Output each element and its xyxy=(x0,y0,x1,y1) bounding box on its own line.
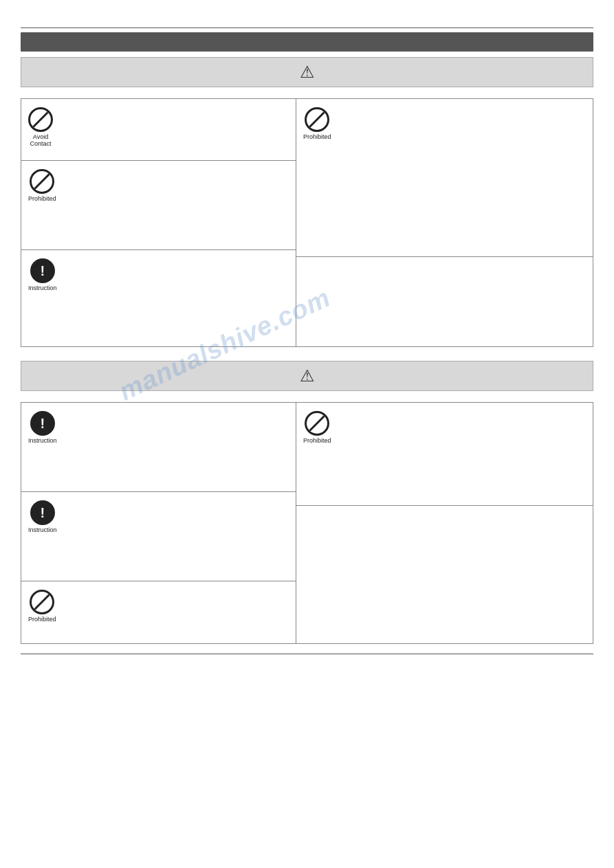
cell-instruction-1: ! Instruction xyxy=(21,250,296,340)
right-prohibited-2-icon-group: Prohibited xyxy=(303,411,331,444)
prohibited-1-icon-group: Prohibited xyxy=(28,169,56,202)
page-wrapper: ⚠ AvoidContact Prohibited xyxy=(0,0,614,675)
prohibited-2-icon-group: Prohibited xyxy=(28,590,56,623)
top-divider xyxy=(21,27,593,28)
cell-prohibited-1: Prohibited xyxy=(21,161,296,250)
prohibited-1-icon xyxy=(30,169,54,194)
cell-avoid-contact: AvoidContact xyxy=(21,99,296,161)
avoid-contact-icon-group: AvoidContact xyxy=(28,107,53,147)
cell-right-prohibited-1: Prohibited xyxy=(296,99,593,257)
avoid-contact-label: AvoidContact xyxy=(30,133,51,147)
right-prohibited-2-label: Prohibited xyxy=(303,437,331,444)
instruction-3-icon: ! xyxy=(30,500,55,525)
prohibited-1-label: Prohibited xyxy=(28,195,56,202)
instruction-2-icon: ! xyxy=(30,411,55,436)
warning-triangle-icon-1: ⚠ xyxy=(300,63,315,82)
warning-bar-1: ⚠ xyxy=(21,57,593,87)
instruction-1-icon-group: ! Instruction xyxy=(28,258,57,291)
instruction-3-label: Instruction xyxy=(28,526,57,533)
section1-right-col: Prohibited xyxy=(296,99,593,346)
instruction-2-label: Instruction xyxy=(28,437,57,444)
cell-instruction-3: ! Instruction xyxy=(21,492,296,581)
warning-triangle-icon-2: ⚠ xyxy=(300,366,315,386)
instruction-1-icon: ! xyxy=(30,258,55,283)
avoid-contact-icon xyxy=(28,107,53,132)
instruction-3-icon-group: ! Instruction xyxy=(28,500,57,533)
right-prohibited-1-icon xyxy=(305,107,329,132)
warning-bar-2: ⚠ xyxy=(21,361,593,391)
right-prohibited-1-label: Prohibited xyxy=(303,133,331,140)
section2-two-col: ! Instruction ! Instruction Prohibited xyxy=(21,403,593,643)
right-prohibited-1-icon-group: Prohibited xyxy=(303,107,331,140)
cell-instruction-2: ! Instruction xyxy=(21,403,296,492)
instruction-1-label: Instruction xyxy=(28,285,57,291)
bottom-divider xyxy=(21,654,593,654)
right-prohibited-2-icon xyxy=(305,411,329,436)
prohibited-2-icon xyxy=(30,590,54,614)
right-empty-1 xyxy=(296,257,593,346)
prohibited-2-label: Prohibited xyxy=(28,616,56,623)
section1-two-col: AvoidContact Prohibited ! Instruction xyxy=(21,99,593,346)
section1-grid: AvoidContact Prohibited ! Instruction xyxy=(21,98,593,347)
dark-header-bar xyxy=(21,32,593,52)
instruction-2-icon-group: ! Instruction xyxy=(28,411,57,444)
section2-grid: ! Instruction ! Instruction Prohibited xyxy=(21,402,593,644)
cell-prohibited-2: Prohibited xyxy=(21,581,296,643)
right-empty-2 xyxy=(296,506,593,643)
section2-right-col: Prohibited xyxy=(296,403,593,643)
section1-left-col: AvoidContact Prohibited ! Instruction xyxy=(21,99,296,346)
cell-right-prohibited-2: Prohibited xyxy=(296,403,593,506)
section2-left-col: ! Instruction ! Instruction Prohibited xyxy=(21,403,296,643)
section-gap-1 xyxy=(21,347,593,355)
